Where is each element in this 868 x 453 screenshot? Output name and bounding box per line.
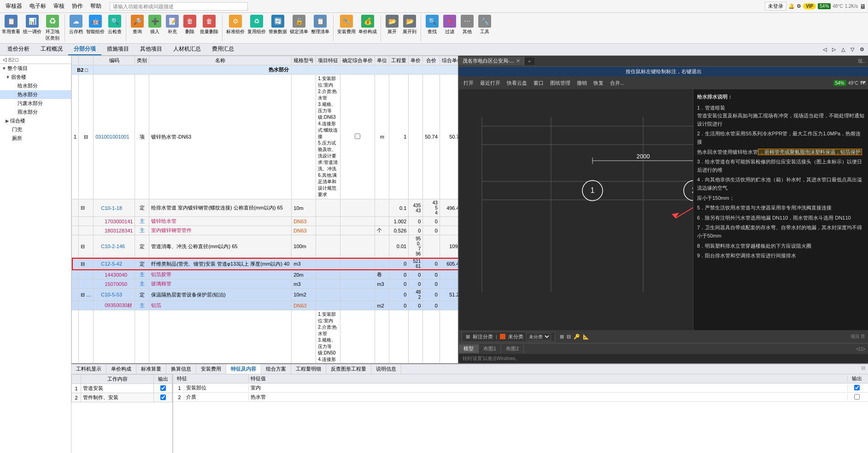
login-button[interactable]: 未登录: [765, 2, 786, 11]
bottom-panel-collapse[interactable]: ⊟: [858, 364, 868, 374]
ribbon-btn-env[interactable]: ♻ 环卫地区类别: [43, 14, 62, 42]
tree-item-water-supply[interactable]: 给水部分: [0, 81, 71, 90]
ribbon-btn-view[interactable]: 📋 常用查看: [1, 14, 21, 36]
tree-item-wastewater[interactable]: 污废水部分: [0, 99, 71, 108]
ribbon-btn-insert[interactable]: ➕ 插入: [147, 14, 163, 36]
collapse-left-panel[interactable]: ◁: [1, 57, 8, 63]
ribbon-btn-tools[interactable]: 🔧 工具: [476, 14, 493, 36]
tab-cost-analysis[interactable]: 造价分析: [2, 44, 35, 55]
ribbon-btn-adjust[interactable]: 📊 统一调价: [22, 14, 42, 36]
tab-other-items[interactable]: 其他项目: [135, 44, 168, 55]
sr-expand[interactable]: ⊟: [79, 199, 94, 217]
nav-control-1[interactable]: ⊞: [559, 334, 565, 340]
nav-arrow-left[interactable]: ◁: [821, 46, 828, 52]
ribbon-btn-replace[interactable]: 🔄 替换数据: [268, 14, 288, 36]
item-row-1[interactable]: 1 ⊟ 031001001001 项 镀锌热水管-DN63 1.安装部位:室内 …: [72, 75, 458, 199]
ribbon-btn-std-price[interactable]: ⚙ 标准组价: [225, 14, 246, 36]
bottom-tab-combo[interactable]: 组合方案: [261, 364, 291, 374]
ribbon-btn-fill[interactable]: 📝 补充: [164, 14, 181, 36]
menu-item-electronic[interactable]: 电子标: [26, 1, 50, 11]
ribbon-btn-smart-price[interactable]: 🤖 智能组价: [85, 14, 106, 36]
tab-project-overview[interactable]: 工程概况: [35, 44, 68, 55]
bottom-tab-qty-detail[interactable]: 工程量明细: [291, 364, 326, 374]
ribbon-btn-delete[interactable]: 🗑 删除: [182, 14, 198, 36]
nav-control-2[interactable]: ⊟: [566, 334, 572, 340]
ribbon-btn-filter[interactable]: 🔻 过滤: [441, 14, 458, 36]
row-checkbox[interactable]: [340, 75, 375, 199]
tree-item-door[interactable]: 门兜: [0, 125, 71, 134]
ribbon-btn-cloud-archive[interactable]: ☁ 云存档: [68, 14, 84, 36]
ribbon-btn-cloud-check[interactable]: 🔍 云检查: [106, 14, 123, 36]
bottom-tab-unit-compose[interactable]: 单价构成: [106, 364, 136, 374]
section-collapse-btn[interactable]: □: [15, 57, 18, 63]
h2-expand[interactable]: ⊟ …: [79, 289, 94, 301]
drawing-icon[interactable]: 🖥: [860, 3, 866, 10]
s2-expand[interactable]: ⊟: [79, 235, 94, 258]
ribbon-btn-query[interactable]: 🔎 查询: [129, 14, 146, 36]
r2-checkbox[interactable]: [340, 310, 375, 364]
tab-fees[interactable]: 费用汇总: [206, 44, 240, 55]
drawing-add-tab[interactable]: +: [524, 58, 534, 65]
ribbon-btn-reuse-price[interactable]: ♻ 复用组价: [246, 14, 267, 36]
drawing-tool-cloud[interactable]: 快看云盘: [505, 79, 529, 87]
menu-item-collab[interactable]: 协作: [68, 1, 87, 11]
drawing-page-prev[interactable]: ◁: [856, 346, 860, 352]
ribbon-btn-lock[interactable]: 🔒 锁定清单: [289, 14, 309, 36]
tree-item-complex[interactable]: ▶ 综合楼: [0, 116, 71, 125]
drawing-tool-recent[interactable]: 最近打开: [478, 79, 502, 87]
bottom-tab-materials-display[interactable]: 工料机显示: [71, 364, 106, 374]
bottom-tab-std-calc[interactable]: 标准算量: [136, 364, 166, 374]
drawing-grid-icon[interactable]: ⊞: [466, 334, 470, 340]
ribbon-btn-unit-compose[interactable]: 💰 单价构成: [358, 14, 378, 36]
tree-item-rainwater[interactable]: 雨水部分: [0, 108, 71, 116]
bottom-tab-description[interactable]: 说明信息: [371, 364, 401, 374]
bottom-tab-conversion[interactable]: 换算信息: [166, 364, 196, 374]
drawing-classification-select[interactable]: 未分类: [526, 333, 551, 341]
bottom-tab-install-fee[interactable]: 安装费用: [196, 364, 226, 374]
drawing-tool-figure-mgr[interactable]: 图纸管理: [548, 79, 572, 87]
ribbon-btn-batch-delete[interactable]: 🗑 批量删除: [199, 14, 219, 36]
drawing-tool-window[interactable]: 窗口: [532, 79, 545, 87]
drawing-canvas-area[interactable]: 1 2 2000: [459, 89, 868, 330]
tab-measures[interactable]: 措施项目: [101, 44, 135, 55]
notification-icon[interactable]: 🔔: [788, 3, 795, 9]
ribbon-btn-expand-to[interactable]: 📂 展开到: [401, 14, 418, 36]
ribbon-btn-install-fee[interactable]: 🔧 安装费用: [336, 14, 357, 36]
drawing-tab-layout2[interactable]: 布图2: [501, 344, 524, 353]
tree-item-hot-water[interactable]: 热水部分: [0, 90, 71, 99]
search-input[interactable]: [110, 2, 248, 11]
bl-r2-check[interactable]: [154, 393, 172, 402]
ribbon-btn-find[interactable]: 🔍 查找: [424, 14, 440, 36]
nav-arrow-down[interactable]: ▽: [849, 46, 856, 52]
tab-division-items[interactable]: 分部分项: [68, 44, 101, 55]
bottom-tab-features[interactable]: 特征及内容: [226, 364, 261, 374]
menu-item-help[interactable]: 帮助: [87, 1, 105, 11]
nav-control-4[interactable]: 📐: [582, 334, 590, 340]
ribbon-btn-expand[interactable]: 📂 展开: [384, 14, 400, 36]
drawing-page-next[interactable]: ▷: [862, 346, 865, 352]
drawing-tool-migrate[interactable]: 撤销: [575, 79, 589, 87]
bottom-tab-verify-qty[interactable]: 反查图形工程量: [326, 364, 371, 374]
br-r2-output[interactable]: [848, 394, 866, 401]
h1-expand[interactable]: ⊟: [79, 258, 94, 270]
bl-r1-check[interactable]: [154, 384, 172, 393]
drawing-minimize[interactable]: 现...: [858, 58, 866, 64]
highlighted-row-c12-5-42[interactable]: ⊟ C12-5-42 定 纤维类制品(管壳、镶管)安装 管道φ133以上 厚度(…: [72, 258, 458, 270]
nav-control-3[interactable]: 🔑: [573, 334, 581, 340]
highlighted-row-c10-5-53[interactable]: ⊟ … C10-5-53 定 保温隔热层套管设备保护层(铝泊) 10m2 0 4…: [72, 289, 458, 301]
drawing-tool-open[interactable]: 打开: [462, 79, 475, 87]
tab-materials[interactable]: 人材机汇总: [168, 44, 206, 55]
drawing-tool-combine[interactable]: 合并...: [608, 79, 626, 87]
settings-icon[interactable]: ⚙: [797, 3, 801, 9]
drawing-color-swatch[interactable]: [500, 334, 505, 339]
ribbon-btn-other[interactable]: ⋯ 其他: [459, 14, 475, 36]
nav-arrow-right[interactable]: ▷: [830, 46, 838, 52]
tree-item-toilet[interactable]: 厕所: [0, 134, 71, 143]
menu-item-review[interactable]: 审核: [50, 1, 68, 11]
br-r1-output[interactable]: [848, 385, 866, 391]
drawing-tab-title[interactable]: 茂名市电白区公安局-... ✕: [459, 57, 524, 65]
menu-item-auditor[interactable]: 审核器: [2, 1, 26, 11]
drawing-tab-close[interactable]: ✕: [516, 58, 520, 64]
nav-arrow-up[interactable]: △: [839, 46, 847, 52]
row-expand[interactable]: ⊟: [79, 75, 94, 199]
